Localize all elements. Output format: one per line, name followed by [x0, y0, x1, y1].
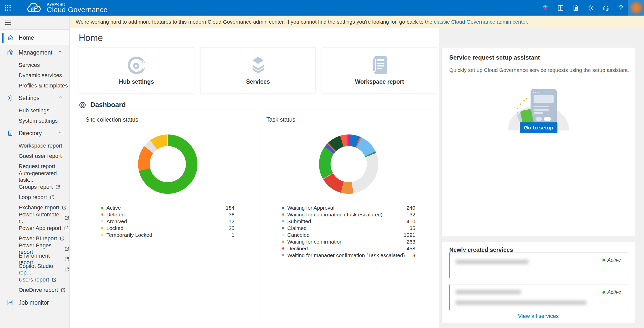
sidebar-section-management[interactable]: Management	[0, 45, 69, 60]
copilot-icon[interactable]	[538, 0, 553, 16]
services-icon	[249, 55, 267, 75]
legend-row[interactable]: Deleted36	[101, 211, 234, 218]
job-monitor-icon	[6, 299, 15, 306]
apps-grid-icon[interactable]	[553, 0, 568, 16]
legend-row[interactable]: Temporarily Locked1	[101, 231, 234, 238]
sidebar-item-label: Dynamic services	[19, 72, 62, 79]
home-icon	[6, 34, 15, 41]
sidebar-item-power-automate-r[interactable]: Power Automate r...	[0, 213, 69, 223]
legend-row[interactable]: Canceled1091	[282, 231, 415, 238]
legend-row[interactable]: Active184	[101, 204, 234, 211]
legend-value: 263	[407, 239, 415, 245]
service-item[interactable]: Active	[449, 285, 628, 310]
sidebar-item-system-settings[interactable]: System settings	[0, 116, 69, 126]
legend-dot	[282, 254, 284, 256]
sidebar-item-guest-user-report[interactable]: Guest user report	[0, 151, 69, 161]
sidebar-item-dynamic-services[interactable]: Dynamic services	[0, 70, 69, 80]
top-app-bar: AvePoint Cloud Governance	[0, 0, 644, 16]
avatar-blurred-photo	[630, 2, 642, 14]
sidebar-section-settings[interactable]: Settings	[0, 91, 69, 105]
external-link-icon	[60, 236, 65, 241]
legend-row[interactable]: Locked25	[101, 225, 234, 231]
shortcut-card-services[interactable]: Services	[200, 47, 316, 93]
sidebar-item-job-monitor[interactable]: Job monitor	[0, 295, 69, 310]
legend-dot	[282, 207, 284, 209]
sidebar-item-groups-report[interactable]: Groups report	[0, 182, 69, 192]
sidebar-item-label: Copilot Studio rep...	[19, 263, 62, 276]
active-status-label: Active	[608, 257, 621, 263]
sidebar-item-label: Services	[19, 62, 40, 68]
legend-row[interactable]: Waiting for manager confirmation (Task e…	[282, 252, 415, 257]
hub-settings-icon	[127, 55, 146, 75]
brand-logo[interactable]: AvePoint Cloud Governance	[26, 2, 107, 14]
go-to-setup-button[interactable]: Go to setup	[520, 122, 557, 133]
sidebar-item-services[interactable]: Services	[0, 60, 69, 70]
user-avatar[interactable]	[628, 0, 644, 16]
legend-label: Declined	[287, 246, 404, 252]
support-headset-icon[interactable]	[598, 0, 613, 16]
legend-value: 1091	[404, 232, 415, 238]
classic-admin-center-link[interactable]: classic Cloud Governance admin center	[434, 19, 527, 25]
shortcut-card-hub-settings[interactable]: Hub settings	[79, 47, 194, 93]
external-link-icon	[64, 246, 69, 251]
sidebar-item-copilot-studio-rep[interactable]: Copilot Studio rep...	[0, 264, 69, 274]
legend-row[interactable]: Claimed35	[282, 225, 415, 231]
setup-assistant-card: Service request setup assistant Quickly …	[441, 48, 635, 236]
legend-row[interactable]: Waiting for Approval240	[282, 204, 415, 211]
report-doc-icon[interactable]	[568, 0, 583, 16]
service-description-redacted	[456, 300, 586, 305]
legend-row[interactable]: Waiting for confirmation263	[282, 238, 415, 245]
sidebar-item-label: Workspace report	[19, 143, 62, 149]
legend-row[interactable]: Waiting for confirmation (Task escalated…	[282, 211, 415, 218]
sidebar-item-power-app-report[interactable]: Power App report	[0, 223, 69, 233]
sidebar-item-onedrive-report[interactable]: OneDrive report	[0, 285, 69, 295]
sidebar-item-users-report[interactable]: Users report	[0, 274, 69, 285]
legend-value: 32	[410, 212, 415, 218]
legend-value: 35	[410, 225, 415, 231]
help-icon[interactable]: ?	[613, 0, 628, 16]
sidebar-section-directory[interactable]: Directory	[0, 126, 69, 140]
sidebar-item-label: System settings	[19, 118, 58, 124]
brand-avepoint: AvePoint	[47, 2, 107, 6]
sidebar-item-workspace-report[interactable]: Workspace report	[0, 140, 69, 151]
donut-chart	[138, 134, 197, 194]
external-link-icon	[61, 288, 66, 293]
view-all-services-link[interactable]: View all services	[442, 313, 635, 319]
sidebar-item-home[interactable]: Home	[0, 30, 69, 45]
legend-value: 458	[407, 246, 415, 252]
legend-label: Canceled	[287, 232, 400, 238]
legend-row[interactable]: Declined458	[282, 245, 415, 252]
external-link-icon	[64, 267, 69, 272]
info-banner: We're working hard to add more features …	[70, 16, 644, 28]
legend-dot	[282, 213, 284, 216]
legend-label: Waiting for Approval	[287, 205, 404, 211]
shortcut-card-workspace-report[interactable]: Workspace report	[322, 47, 437, 93]
external-link-icon	[52, 277, 57, 282]
legend-label: Deleted	[106, 212, 226, 218]
sidebar-item-auto-generated-task[interactable]: Auto-generated task...	[0, 171, 69, 182]
sidebar-item-label: Profiles & templates	[19, 82, 68, 89]
service-name-redacted	[456, 290, 521, 294]
legend-dot	[101, 227, 103, 229]
sidebar-item-label: Loop report	[19, 194, 47, 201]
dashboard-donut-icon	[79, 101, 86, 109]
sidebar-item-label: Request report	[19, 163, 55, 170]
chevron-up-icon[interactable]	[57, 49, 63, 56]
left-nav: HomeManagementServicesDynamic servicesPr…	[0, 16, 70, 328]
external-link-icon	[50, 195, 55, 200]
waffle-icon[interactable]	[0, 0, 16, 16]
sidebar-item-profiles-templates[interactable]: Profiles & templates	[0, 80, 69, 91]
legend-row[interactable]: Submitted410	[282, 218, 415, 225]
chevron-up-icon[interactable]	[57, 95, 63, 102]
sidebar-item-hub-settings[interactable]: Hub settings	[0, 105, 69, 116]
hamburger-menu-icon[interactable]	[0, 16, 69, 30]
settings-gear-icon[interactable]	[583, 0, 598, 16]
service-item[interactable]: Active	[449, 252, 628, 278]
sidebar-section-label: Directory	[19, 130, 42, 137]
external-link-icon	[64, 257, 69, 262]
sidebar-item-loop-report[interactable]: Loop report	[0, 192, 69, 202]
legend-dot	[282, 247, 284, 250]
legend-value: 25	[229, 225, 234, 231]
legend-row[interactable]: Archived12	[101, 218, 234, 225]
chevron-up-icon[interactable]	[57, 130, 63, 137]
